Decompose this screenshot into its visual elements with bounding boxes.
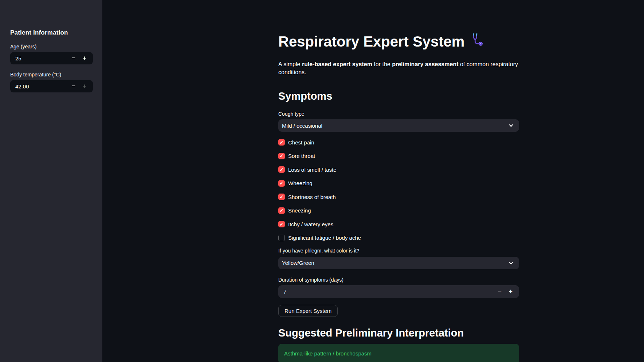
checkbox-shortness-of-breath[interactable]: ✓ Shortness of breath [278,193,519,200]
stethoscope-icon [470,33,483,50]
checkbox-wheezing[interactable]: ✓ Wheezing [278,180,519,187]
checkbox-sneezing[interactable]: ✓ Sneezing [278,207,519,214]
subtitle: A simple rule-based expert system for th… [278,60,519,76]
success-alert: Asthma-like pattern / bronchospasm [278,344,519,362]
temperature-increment-button[interactable]: + [79,80,90,92]
checkbox-box[interactable]: ✓ [278,180,285,187]
checkbox-label: Significant fatigue / body ache [288,235,361,241]
temperature-input[interactable]: 42.00 − + [10,80,93,92]
duration-stepper: − + [494,285,519,298]
duration-value[interactable]: 7 [278,289,494,295]
checkbox-label: Wheezing [288,180,313,186]
cough-type-value: Mild / occasional [278,123,322,129]
duration-input[interactable]: 7 − + [278,285,519,298]
age-decrement-button[interactable]: − [68,52,79,64]
checkbox-label: Chest pain [288,139,314,146]
checkbox-loss-of-smell[interactable]: ✓ Loss of smell / taste [278,166,519,173]
content-column: Respiratory Expert System A simple rule-… [278,0,519,362]
age-increment-button[interactable]: + [79,52,90,64]
checkbox-box[interactable]: ✓ [278,166,285,173]
checkbox-box[interactable]: ✓ [278,207,285,214]
checkbox-label: Itchy / watery eyes [288,221,333,227]
sidebar: Patient Information Age (years) 25 − + B… [0,0,102,362]
temperature-value[interactable]: 42.00 [10,83,68,89]
phlegm-color-select[interactable]: Yellow/Green [278,257,519,269]
interpretation-heading: Suggested Preliminary Interpretation [278,327,519,339]
checkbox-sore-throat[interactable]: ✓ Sore throat [278,152,519,160]
checkbox-label: Sneezing [288,207,311,214]
chevron-down-icon [507,259,515,268]
duration-increment-button[interactable]: + [505,285,516,298]
symptoms-heading: Symptoms [278,90,519,103]
checkbox-box[interactable]: ✓ [278,194,285,200]
symptom-checkbox-group: ✓ Chest pain ✓ Sore throat ✓ Loss of sme… [278,139,519,242]
page-title: Respiratory Expert System [278,33,519,50]
result-message: Asthma-like pattern / bronchospasm [284,350,372,357]
checkbox-fatigue-body-ache[interactable]: ✓ Significant fatigue / body ache [278,234,519,242]
checkbox-label: Sore throat [288,153,315,159]
age-label: Age (years) [10,44,93,49]
checkbox-box[interactable]: ✓ [278,139,285,146]
cough-type-label: Cough type [278,111,519,117]
checkbox-itchy-watery-eyes[interactable]: ✓ Itchy / watery eyes [278,220,519,228]
temperature-decrement-button[interactable]: − [68,80,79,92]
temperature-stepper: − + [68,80,93,92]
run-expert-system-button[interactable]: Run Expert System [278,305,338,317]
phlegm-color-value: Yellow/Green [278,260,314,266]
main-area: Respiratory Expert System A simple rule-… [102,0,644,362]
checkbox-box[interactable]: ✓ [278,153,285,159]
chevron-down-icon [507,122,515,131]
phlegm-color-label: If you have phlegm, what color is it? [278,248,519,254]
checkbox-chest-pain[interactable]: ✓ Chest pain [278,139,519,146]
duration-decrement-button[interactable]: − [494,285,505,298]
age-input[interactable]: 25 − + [10,52,93,64]
cough-type-select[interactable]: Mild / occasional [278,119,519,132]
checkbox-box[interactable]: ✓ [278,235,285,241]
checkbox-label: Loss of smell / taste [288,167,337,173]
checkbox-box[interactable]: ✓ [278,221,285,227]
page-title-text: Respiratory Expert System [278,33,464,50]
temperature-label: Body temperature (°C) [10,72,93,77]
age-value[interactable]: 25 [10,55,68,61]
sidebar-title: Patient Information [10,29,93,36]
checkbox-label: Shortness of breath [288,194,336,200]
duration-label: Duration of symptoms (days) [278,277,519,283]
age-stepper: − + [68,52,93,64]
